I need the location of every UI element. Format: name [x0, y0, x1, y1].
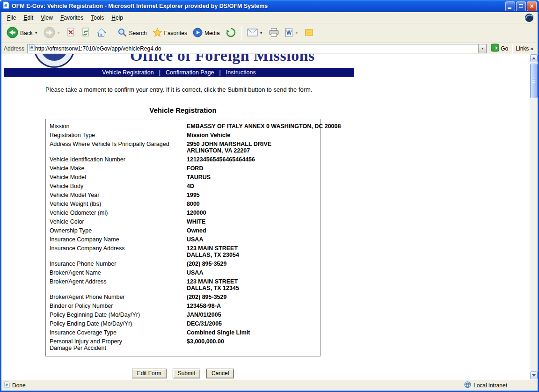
field-label: Binder or Policy Number — [50, 303, 187, 309]
stop-button[interactable] — [64, 26, 78, 40]
confirmation-intro-text: Please take a moment to confirm your ent… — [45, 86, 530, 93]
home-button[interactable] — [94, 26, 109, 40]
status-pane: e Done — [3, 381, 460, 389]
scroll-up-button[interactable] — [530, 54, 538, 62]
table-row: Vehicle Make FORD — [50, 164, 316, 173]
field-value: JAN/01/2005 — [187, 312, 221, 318]
address-dropdown-icon[interactable]: ▼ — [478, 44, 486, 53]
address-input[interactable] — [35, 45, 478, 52]
field-label: Broker/Agent Address — [50, 278, 187, 285]
field-value: 1995 — [187, 192, 200, 198]
page-nav-bar: Vehicle Registration | Confirmation Page… — [4, 68, 354, 77]
forward-button[interactable]: ▼ — [41, 25, 63, 41]
nav-confirmation-page: Confirmation Page — [161, 69, 219, 76]
scrollbar-thumb[interactable] — [530, 64, 538, 98]
field-label: Insurance Company Address — [50, 245, 187, 252]
title-bar: e OFM E-Gov: Vehicle Registration - Micr… — [0, 0, 539, 12]
edit-with-word-button[interactable]: W ▼ — [283, 26, 301, 40]
edit-form-button[interactable]: Edit Form — [132, 369, 167, 378]
print-button[interactable] — [266, 26, 282, 40]
table-row: Broker/Agent Name USAA — [50, 268, 316, 277]
go-button[interactable]: Go — [489, 44, 510, 53]
media-label: Media — [204, 30, 220, 36]
field-value: WHITE — [187, 218, 205, 225]
media-button[interactable]: Media — [190, 26, 222, 40]
field-value: DEC/31/2005 — [187, 320, 222, 327]
menu-tools[interactable]: Tools — [87, 13, 108, 22]
field-value: (202) 895-3529 — [187, 261, 226, 267]
mail-button[interactable]: ▼ — [245, 27, 265, 39]
field-label: Vehicle Identification Number — [50, 156, 187, 163]
menu-bar: File Edit View Favorites Tools Help — [1, 12, 538, 23]
table-row: Broker/Agent Phone Number (202) 895-3529 — [50, 292, 316, 301]
menu-help[interactable]: Help — [108, 13, 127, 22]
status-separator — [461, 382, 461, 389]
mail-icon — [247, 29, 258, 38]
browser-window: e OFM E-Gov: Vehicle Registration - Micr… — [0, 0, 539, 392]
field-label: Registration Type — [50, 132, 187, 138]
svg-text:e: e — [4, 2, 7, 8]
field-value: Owned — [187, 227, 206, 234]
vertical-scrollbar[interactable] — [530, 54, 538, 379]
go-label: Go — [501, 45, 508, 52]
address-field: e ▼ — [27, 44, 487, 53]
back-dropdown-icon[interactable]: ▼ — [35, 31, 38, 35]
stop-icon — [66, 27, 75, 39]
cancel-button[interactable]: Cancel — [206, 369, 234, 378]
favorites-button[interactable]: Favorites — [150, 26, 189, 40]
nav-instructions-link[interactable]: Instructions — [222, 69, 260, 76]
history-button[interactable] — [223, 26, 239, 41]
address-label: Address — [4, 45, 24, 52]
scroll-down-icon — [532, 374, 536, 377]
ie-app-icon: e — [3, 1, 9, 11]
back-button[interactable]: Back ▼ — [4, 25, 40, 41]
table-row: Vehicle Color WHITE — [50, 217, 316, 226]
refresh-icon — [81, 27, 90, 39]
ofm-seal-logo — [34, 54, 75, 68]
field-value: 121234565456465464456 — [187, 156, 255, 163]
menu-view[interactable]: View — [37, 13, 57, 22]
menu-file[interactable]: File — [3, 13, 20, 22]
links-button[interactable]: Links » — [516, 45, 535, 52]
table-row: Insurance Phone Number (202) 895-3529 — [50, 259, 316, 268]
back-icon — [7, 27, 18, 40]
minimize-button[interactable] — [505, 1, 515, 11]
field-value: 4D — [187, 183, 194, 189]
submit-button[interactable]: Submit — [173, 369, 200, 378]
field-value: 123 MAIN STREET DALLAS, TX 12345 — [187, 278, 239, 291]
field-value: 8000 — [187, 201, 200, 207]
field-value: Combined Single Limit — [187, 329, 250, 336]
field-label: Vehicle Body — [50, 183, 187, 189]
confirmation-table: Mission EMBASSY OF ITALY ANNEX 0 WASHING… — [45, 119, 320, 356]
menu-favorites[interactable]: Favorites — [57, 13, 87, 22]
field-label: Address Where Vehicle Is Principally Gar… — [50, 141, 187, 147]
field-label: Policy Ending Date (Mo/Day/Yr) — [50, 320, 187, 327]
search-button[interactable]: Search — [115, 26, 149, 40]
history-icon — [226, 27, 236, 39]
field-label: Vehicle Color — [50, 218, 187, 225]
maximize-button[interactable] — [516, 1, 526, 11]
menu-edit[interactable]: Edit — [20, 13, 37, 22]
address-separator — [512, 44, 513, 53]
table-row: Vehicle Body 4D — [50, 181, 316, 190]
edit-dropdown-icon[interactable]: ▼ — [295, 31, 299, 35]
forward-icon — [44, 27, 55, 40]
favorites-label: Favorites — [164, 30, 187, 36]
links-chevron-icon: » — [530, 45, 533, 52]
close-button[interactable]: × — [527, 1, 537, 11]
table-row: Address Where Vehicle Is Principally Gar… — [50, 139, 316, 155]
field-label: Vehicle Weight (lbs) — [50, 201, 187, 207]
scroll-down-button[interactable] — [530, 371, 538, 379]
messenger-button[interactable] — [302, 26, 316, 40]
field-label: Vehicle Odometer (mi) — [50, 210, 187, 216]
table-row: Personal Injury and Propery Damage Per A… — [50, 337, 316, 352]
forward-dropdown-icon[interactable]: ▼ — [57, 31, 60, 35]
address-bar: Address e ▼ Go Links » — [1, 43, 538, 54]
mail-dropdown-icon[interactable]: ▼ — [260, 31, 263, 35]
security-zone-pane: Local intranet — [462, 381, 536, 390]
local-intranet-icon — [464, 381, 471, 390]
site-title: Office of Foreign Missions — [130, 54, 315, 65]
refresh-button[interactable] — [79, 26, 93, 40]
scroll-up-icon — [532, 57, 536, 59]
field-value: Mission Vehicle — [187, 132, 230, 138]
